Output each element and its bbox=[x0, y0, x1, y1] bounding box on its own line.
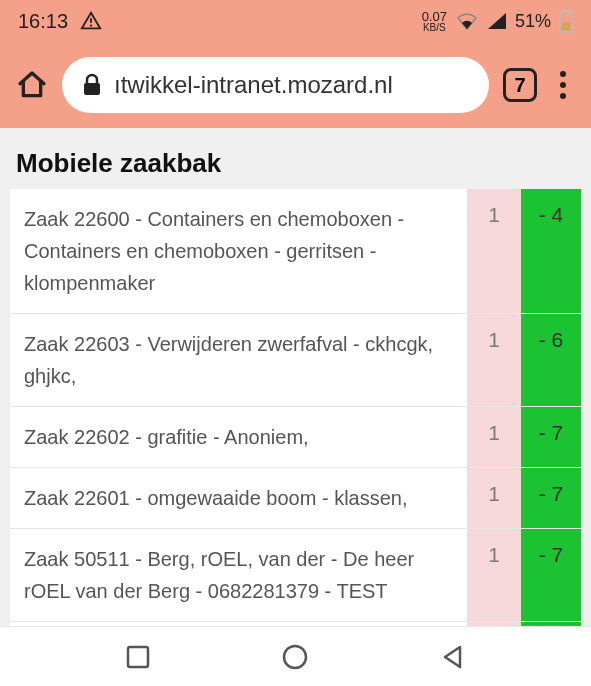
warning-icon bbox=[80, 10, 102, 32]
wifi-icon bbox=[455, 12, 479, 30]
svg-rect-5 bbox=[84, 83, 100, 95]
case-description: Zaak 22603 - Verwijderen zwerfafval - ck… bbox=[10, 314, 467, 406]
tabs-button[interactable]: 7 bbox=[503, 68, 537, 102]
case-priority: 1 bbox=[467, 189, 521, 313]
kbs-label: KB/S bbox=[422, 23, 447, 33]
system-nav-bar bbox=[0, 626, 591, 686]
case-description: Zaak 22602 - grafitie - Anoniem, bbox=[10, 407, 467, 467]
status-bar: 16:13 0.07 KB/S 51% bbox=[0, 0, 591, 42]
case-days: - 7 bbox=[521, 468, 581, 528]
case-row[interactable]: Zaak 22603 - Verwijderen zwerfafval - ck… bbox=[10, 314, 581, 407]
tabs-count: 7 bbox=[514, 74, 525, 97]
browser-toolbar: ıtwikkel-intranet.mozard.nl 7 bbox=[0, 42, 591, 128]
battery-percent: 51% bbox=[515, 11, 551, 32]
case-priority: 1 bbox=[467, 529, 521, 621]
status-time: 16:13 bbox=[18, 10, 68, 33]
case-list: Zaak 22600 - Containers en chemoboxen - … bbox=[10, 189, 581, 686]
case-days: - 6 bbox=[521, 314, 581, 406]
case-priority: 1 bbox=[467, 314, 521, 406]
status-right: 0.07 KB/S 51% bbox=[422, 9, 573, 33]
svg-rect-4 bbox=[562, 22, 571, 31]
svg-point-7 bbox=[284, 646, 306, 668]
home-icon[interactable] bbox=[16, 69, 48, 101]
case-row[interactable]: Zaak 22600 - Containers en chemoboxen - … bbox=[10, 189, 581, 314]
case-days: - 7 bbox=[521, 529, 581, 621]
case-days: - 7 bbox=[521, 407, 581, 467]
case-priority: 1 bbox=[467, 468, 521, 528]
recent-apps-button[interactable] bbox=[125, 644, 151, 670]
case-description: Zaak 22601 - omgewaaide boom - klassen, bbox=[10, 468, 467, 528]
overflow-menu-button[interactable] bbox=[551, 71, 575, 99]
signal-icon bbox=[487, 12, 507, 30]
case-row[interactable]: Zaak 50511 - Berg, rOEL, van der - De he… bbox=[10, 529, 581, 622]
page-title: Mobiele zaakbak bbox=[16, 148, 581, 179]
svg-point-1 bbox=[90, 24, 92, 26]
case-row[interactable]: Zaak 22602 - grafitie - Anoniem,1- 7 bbox=[10, 407, 581, 468]
url-bar[interactable]: ıtwikkel-intranet.mozard.nl bbox=[62, 57, 489, 113]
case-priority: 1 bbox=[467, 407, 521, 467]
back-button[interactable] bbox=[440, 644, 466, 670]
case-description: Zaak 50511 - Berg, rOEL, van der - De he… bbox=[10, 529, 467, 621]
svg-rect-6 bbox=[128, 647, 148, 667]
case-row[interactable]: Zaak 22601 - omgewaaide boom - klassen,1… bbox=[10, 468, 581, 529]
url-text: ıtwikkel-intranet.mozard.nl bbox=[114, 71, 393, 99]
lock-icon bbox=[82, 73, 102, 97]
home-button[interactable] bbox=[281, 643, 309, 671]
battery-icon bbox=[559, 9, 573, 33]
case-days: - 4 bbox=[521, 189, 581, 313]
kbs-value: 0.07 bbox=[422, 10, 447, 23]
network-speed: 0.07 KB/S bbox=[422, 10, 447, 33]
page-content: Mobiele zaakbak Zaak 22600 - Containers … bbox=[0, 128, 591, 686]
status-left: 16:13 bbox=[18, 10, 102, 33]
case-description: Zaak 22600 - Containers en chemoboxen - … bbox=[10, 189, 467, 313]
